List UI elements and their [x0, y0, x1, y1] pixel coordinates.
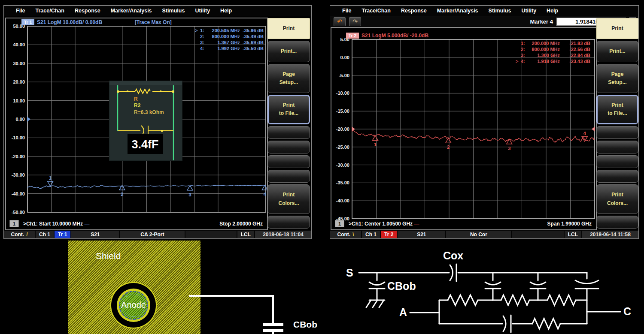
resistor-value-label: R=6.3 kOhm — [134, 109, 164, 115]
node-c-label: C — [623, 305, 631, 318]
right-vna-window: File Trace/Chan Response Marker/Analysis… — [330, 5, 639, 239]
menu-file[interactable]: File — [16, 8, 25, 14]
sweep-stop-label: Stop 2.00000 GHz — [219, 221, 263, 227]
marker-2[interactable]: 2 — [119, 185, 125, 197]
marker-2[interactable]: 2 — [446, 138, 451, 150]
left-plot-area: 50.0040.0030.0020.0010.000.00-10.00-20.0… — [5, 18, 268, 230]
softkey-blank-9[interactable] — [267, 216, 310, 229]
softkey-print-to-file[interactable]: Print to File... — [267, 95, 310, 124]
svg-text:-35.49 dB: -35.49 dB — [243, 34, 264, 39]
svg-text:800.000 MHz: 800.000 MHz — [532, 47, 560, 52]
softkey-page-setup[interactable]: Page Setup... — [596, 64, 638, 93]
right-toolbar: ↶ ↷ Marker 4 1.9184100000 GHz ▲▼ — [330, 16, 638, 27]
svg-text:2:: 2: — [521, 47, 525, 52]
channel-badge: 1 — [9, 220, 19, 227]
ref-level-arrow-right[interactable] — [592, 126, 595, 132]
menu-stimulus[interactable]: Stimulus — [162, 8, 185, 14]
menu-file[interactable]: File — [342, 8, 352, 14]
y-axis-tick: 10.00 — [13, 98, 25, 103]
menu-response[interactable]: Response — [401, 8, 427, 14]
svg-text:>: > — [195, 28, 197, 33]
softkey-blank-6[interactable] — [267, 155, 310, 168]
trace-badge-label: Tr 1 — [24, 20, 32, 25]
softkey-page-setup[interactable]: Page Setup... — [267, 64, 310, 93]
marker-1[interactable]: 1 — [48, 175, 53, 186]
menu-marker-analysis[interactable]: Marker/Analysis — [111, 8, 152, 14]
softkey-print[interactable]: Print... — [596, 41, 638, 62]
trace-color-dash: — — [414, 221, 419, 227]
status-trace[interactable]: Tr 1 — [55, 231, 70, 238]
softkey-print[interactable]: Print... — [267, 41, 310, 62]
anode-pad: Anode — [111, 283, 156, 328]
marker-3[interactable]: 3 — [507, 139, 512, 151]
status-continuous[interactable]: Cont.\ — [330, 231, 361, 238]
cap-value-callout: 3.4fF — [131, 138, 158, 151]
status-spacer — [185, 231, 236, 238]
softkey-blank-4[interactable] — [596, 126, 638, 139]
status-channel[interactable]: Ch 1 — [36, 231, 54, 238]
left-menu-bar: File Trace/Chan Response Marker/Analysis… — [4, 6, 311, 16]
y-axis-tick: 0.00 — [340, 55, 349, 60]
softkey-print-to-file[interactable]: Print to File... — [596, 95, 638, 124]
redo-button[interactable]: ↷ — [349, 17, 361, 26]
menu-help[interactable]: Help — [547, 8, 558, 14]
left-status-bar: Cont./ Ch 1 Tr 1 S21 CΔ 2-Port LCL 2018-… — [4, 230, 311, 238]
softkey-blank-7[interactable] — [267, 170, 310, 183]
sweep-flag-icon: \ — [352, 232, 354, 238]
marker-4[interactable]: 4 — [262, 185, 267, 197]
svg-text:1: 1 — [49, 175, 52, 181]
y-axis-tick: 40.00 — [13, 42, 25, 47]
softkey-print-colors[interactable]: Print Colors... — [596, 184, 638, 214]
status-channel[interactable]: Ch 1 — [362, 231, 380, 238]
marker-readout-row: >1:200.505 MHz-35.96 dB — [195, 28, 264, 33]
marker-1[interactable]: 1 — [372, 135, 378, 147]
menu-trace-chan[interactable]: Trace/Chan — [36, 8, 64, 14]
y-axis-tick: -30.00 — [336, 162, 349, 168]
svg-text:2:: 2: — [200, 34, 204, 39]
menu-utility[interactable]: Utility — [195, 8, 210, 14]
marker-readout-row: 3:1.367 GHz-35.69 dB — [200, 40, 264, 45]
ref-level-arrow-left[interactable] — [27, 117, 30, 122]
status-correction: No Cor — [446, 231, 511, 238]
svg-text:2: 2 — [121, 192, 123, 197]
svg-text:1.300 GHz: 1.300 GHz — [537, 53, 560, 58]
softkey-print[interactable]: Print — [596, 18, 638, 39]
status-trace[interactable]: Tr 2 — [381, 231, 397, 238]
menu-marker-analysis[interactable]: Marker/Analysis — [437, 8, 478, 14]
softkey-blank-4[interactable] — [267, 126, 310, 139]
softkey-print-colors[interactable]: Print Colors... — [267, 184, 310, 214]
marker-readout-row: 4:1.992 GHz-35.50 dB — [200, 46, 264, 51]
screenshot-stage: File Trace/Chan Response Marker/Analysis… — [0, 0, 644, 334]
menu-utility[interactable]: Utility — [521, 8, 536, 14]
marker-readout-row: 3:1.300 GHz-22.84 dB — [521, 53, 590, 58]
softkey-blank-6[interactable] — [596, 155, 638, 168]
status-measurement[interactable]: S21 — [71, 231, 119, 238]
softkey-print[interactable]: Print — [267, 18, 310, 39]
menu-help[interactable]: Help — [220, 8, 232, 14]
svg-text:1.367 GHz: 1.367 GHz — [217, 40, 240, 45]
trace-title: S21 LogM 5.000dB/ -20.0dB — [361, 33, 428, 39]
shield-layout: Shield Anode — [68, 241, 200, 334]
status-correction: CΔ 2-Port — [120, 231, 185, 238]
marker-readout-row: 2:800.000 MHz-22.56 dB — [521, 47, 590, 52]
status-measurement[interactable]: S21 — [398, 231, 445, 238]
trace-color-dash: — — [84, 221, 89, 227]
softkey-blank-9[interactable] — [596, 216, 638, 229]
right-menu-bar: File Trace/Chan Response Marker/Analysis… — [330, 6, 638, 16]
undo-button[interactable]: ↶ — [334, 17, 346, 26]
y-axis-tick: -25.00 — [336, 144, 349, 150]
shield-label: Shield — [96, 251, 121, 261]
menu-response[interactable]: Response — [75, 8, 100, 14]
svg-text:4:: 4: — [200, 46, 204, 51]
svg-text:3:: 3: — [521, 53, 525, 58]
menu-trace-chan[interactable]: Trace/Chan — [362, 8, 391, 14]
menu-stimulus[interactable]: Stimulus — [489, 8, 511, 14]
status-continuous[interactable]: Cont./ — [4, 231, 35, 238]
sweep-flag-icon: / — [26, 232, 27, 238]
softkey-blank-5[interactable] — [596, 141, 638, 153]
marker-3[interactable]: 3 — [187, 186, 193, 197]
svg-text:3: 3 — [188, 192, 191, 197]
sweep-span-label: Span 1.99000 GHz — [547, 221, 592, 227]
softkey-blank-5[interactable] — [267, 141, 310, 153]
softkey-blank-7[interactable] — [596, 170, 638, 183]
